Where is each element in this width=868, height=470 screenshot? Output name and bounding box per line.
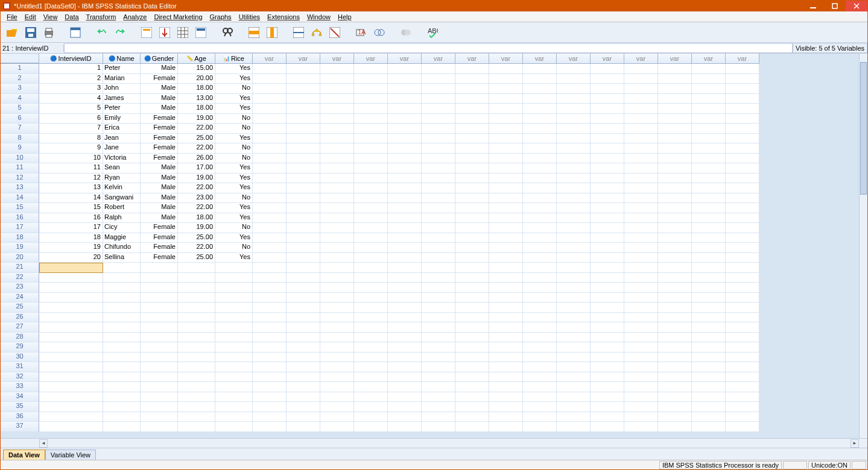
row-number[interactable]: 36	[1, 412, 39, 422]
cell-empty[interactable]	[658, 362, 692, 372]
cell-empty[interactable]	[726, 64, 759, 74]
cell-empty[interactable]	[624, 203, 658, 213]
cell[interactable]: Kelvin	[103, 183, 141, 193]
row-number[interactable]: 32	[1, 372, 39, 383]
cell-empty[interactable]	[726, 342, 759, 352]
menu-window[interactable]: Window	[303, 13, 334, 20]
cell-empty[interactable]	[422, 412, 455, 422]
cell-empty[interactable]	[388, 392, 422, 403]
cell-empty[interactable]	[253, 223, 287, 233]
cell-empty[interactable]	[253, 342, 287, 352]
cell[interactable]	[178, 372, 215, 383]
cell-empty[interactable]	[523, 64, 557, 74]
cell-empty[interactable]	[422, 313, 455, 323]
cell-empty[interactable]	[624, 233, 658, 243]
cell-empty[interactable]	[591, 333, 624, 343]
use-sets-icon[interactable]	[372, 25, 387, 40]
cell-empty[interactable]	[658, 74, 692, 84]
cell-empty[interactable]	[591, 134, 624, 144]
cell-empty[interactable]	[287, 302, 320, 313]
cell-empty[interactable]	[726, 322, 759, 333]
menu-edit[interactable]: Edit	[21, 13, 40, 20]
cell-empty[interactable]	[557, 352, 591, 363]
cell-empty[interactable]	[489, 302, 523, 313]
col-header-gender[interactable]: 🔵Gender	[141, 54, 178, 63]
cell-empty[interactable]	[591, 114, 624, 124]
cell-empty[interactable]	[320, 94, 354, 104]
row-number[interactable]: 9	[1, 143, 39, 154]
cell-empty[interactable]	[726, 134, 759, 144]
cell-empty[interactable]	[523, 154, 557, 164]
cell[interactable]	[215, 392, 253, 403]
cell-empty[interactable]	[658, 422, 692, 432]
cell-empty[interactable]	[624, 124, 658, 134]
cell[interactable]: 7	[39, 124, 103, 134]
cell-empty[interactable]	[489, 422, 523, 432]
row-number[interactable]: 22	[1, 273, 39, 283]
cell-empty[interactable]	[624, 114, 658, 124]
cell[interactable]	[178, 302, 215, 313]
cell[interactable]	[215, 362, 253, 372]
row-number[interactable]: 34	[1, 392, 39, 403]
cell[interactable]: Ryan	[103, 174, 141, 184]
cell-empty[interactable]	[422, 154, 455, 164]
cell[interactable]	[141, 342, 178, 352]
cell-empty[interactable]	[388, 322, 422, 333]
cell-empty[interactable]	[591, 193, 624, 204]
cell-empty[interactable]	[253, 392, 287, 403]
cell-empty[interactable]	[422, 253, 455, 263]
scroll-right-icon[interactable]: ►	[851, 439, 859, 448]
cell-empty[interactable]	[658, 223, 692, 233]
cell-empty[interactable]	[489, 223, 523, 233]
cell-empty[interactable]	[624, 193, 658, 204]
cell-empty[interactable]	[253, 104, 287, 114]
cell-empty[interactable]	[455, 193, 489, 204]
cell[interactable]: Yes	[215, 163, 253, 174]
cell-empty[interactable]	[624, 372, 658, 383]
cell[interactable]: 20.00	[178, 74, 215, 84]
cell-empty[interactable]	[489, 372, 523, 383]
cell-empty[interactable]	[591, 342, 624, 352]
cell-empty[interactable]	[557, 124, 591, 134]
cell-empty[interactable]	[692, 233, 726, 243]
cell[interactable]: Yes	[215, 74, 253, 84]
cell-empty[interactable]	[489, 203, 523, 213]
cell-empty[interactable]	[388, 283, 422, 293]
col-header-var[interactable]: var	[354, 54, 388, 63]
cell-empty[interactable]	[320, 163, 354, 174]
row-number[interactable]: 17	[1, 223, 39, 233]
cell-empty[interactable]	[388, 114, 422, 124]
cell-empty[interactable]	[557, 163, 591, 174]
cell[interactable]	[215, 333, 253, 343]
cell-empty[interactable]	[624, 412, 658, 422]
cell[interactable]: Male	[141, 193, 178, 204]
cell-empty[interactable]	[287, 84, 320, 94]
cell[interactable]: 22.00	[178, 183, 215, 193]
cell-empty[interactable]	[658, 342, 692, 352]
cell-empty[interactable]	[287, 183, 320, 193]
cell-empty[interactable]	[388, 163, 422, 174]
cell-empty[interactable]	[388, 64, 422, 74]
cell[interactable]	[178, 412, 215, 422]
cell-empty[interactable]	[658, 293, 692, 303]
cell-empty[interactable]	[320, 193, 354, 204]
cell-empty[interactable]	[388, 273, 422, 283]
cell[interactable]	[141, 263, 178, 273]
cell-empty[interactable]	[489, 84, 523, 94]
cell-empty[interactable]	[489, 263, 523, 273]
cell-empty[interactable]	[320, 174, 354, 184]
cell-empty[interactable]	[624, 362, 658, 372]
cell-empty[interactable]	[692, 283, 726, 293]
col-header-var[interactable]: var	[557, 54, 591, 63]
cell-empty[interactable]	[692, 74, 726, 84]
cell[interactable]: Yes	[215, 233, 253, 243]
cell-empty[interactable]	[624, 163, 658, 174]
cell-empty[interactable]	[591, 362, 624, 372]
cell[interactable]: Yes	[215, 94, 253, 104]
cell-empty[interactable]	[489, 253, 523, 263]
menu-view[interactable]: View	[40, 13, 62, 20]
col-header-var[interactable]: var	[287, 54, 320, 63]
cell[interactable]: Male	[141, 174, 178, 184]
cell[interactable]: Yes	[215, 183, 253, 193]
cell-empty[interactable]	[557, 283, 591, 293]
